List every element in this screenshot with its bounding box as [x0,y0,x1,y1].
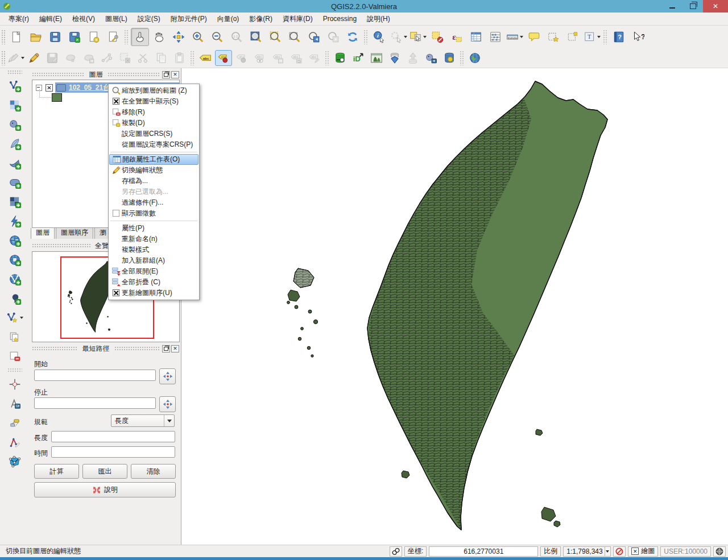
new-print-composer-button[interactable] [85,28,103,46]
zoom-full-button[interactable] [247,28,265,46]
stop-render-button[interactable] [613,546,626,557]
evis-event-browser-button[interactable] [368,50,385,66]
render-checkbox[interactable]: ✕ [631,547,639,555]
measure-button[interactable] [506,28,524,46]
menu-2[interactable]: 編輯(E) [34,13,67,26]
map-canvas[interactable] [181,68,728,545]
capture-start-point-button[interactable] [159,368,176,384]
zoom-to-selection-button[interactable] [266,28,284,46]
layers-panel-tab-1[interactable]: 圖層 [31,228,55,239]
mouse-position-toggle-button[interactable] [390,546,402,557]
save-project-button[interactable] [46,28,64,46]
context-menu-item-19[interactable]: 全部展開(E) [109,266,198,277]
context-menu-item-16[interactable]: 重新命名(n) [109,234,198,244]
menu-6[interactable]: 附加元件(P) [166,13,212,26]
deselect-all-button[interactable] [428,28,446,46]
help-button[interactable]: 說明 [34,482,176,497]
add-raster-layer-button[interactable] [6,96,24,114]
scale-combo[interactable]: 1:1,798,343 [563,546,611,557]
new-spatialite-layer-button[interactable] [6,328,24,346]
connector-plugin-tool-button[interactable] [6,414,24,432]
menu-9[interactable]: 資料庫(D) [278,13,318,26]
web-plugin-button[interactable] [466,50,483,66]
menu-1[interactable]: 專案(r) [3,13,34,26]
add-sqlanywhere-layer-button[interactable] [6,212,24,230]
coordinate-capture-button[interactable] [6,375,24,393]
menu-8[interactable]: 影像(R) [244,13,278,26]
context-menu-item-5[interactable]: 設定圖層CRS(S) [109,128,198,139]
remove-layer-button[interactable] [6,347,24,366]
criterion-combo[interactable]: 長度 [111,414,175,427]
save-project-as-button[interactable] [65,28,84,46]
crs-status-button[interactable] [713,546,726,557]
render-toggle[interactable]: ✕繪圖 [628,546,658,557]
calculate-button[interactable]: 計算 [34,464,79,479]
context-menu-item-6[interactable]: 從圖層設定專案CRS(P) [109,139,198,150]
add-delimited-text-layer-button[interactable] [6,289,24,308]
zoom-in-button[interactable] [189,28,207,46]
db-manager-button[interactable] [441,50,458,66]
menu-3[interactable]: 檢視(V) [67,13,100,26]
show-bookmarks-button[interactable] [564,28,582,46]
restore-button[interactable] [682,0,703,13]
add-wcs-layer-button[interactable] [6,251,24,269]
select-features-button[interactable] [409,28,427,46]
time-output[interactable] [51,446,175,458]
context-menu-item-1[interactable]: 縮放到圖層的範圍 (Z) [109,85,198,96]
export-button[interactable]: 匯出 [82,464,127,479]
open-attribute-table-button[interactable] [467,28,485,46]
zoom-to-layer-button[interactable] [286,28,304,46]
context-menu-item-21[interactable]: 更新繪圖順序(U) [109,288,198,298]
context-menu-item-12[interactable]: 過濾條件(F)... [109,197,198,208]
touch-zoom-pan-button[interactable] [131,28,149,46]
composer-manager-button[interactable] [104,28,122,46]
spit-import-button[interactable] [423,50,440,66]
pin-label-button[interactable]: ab [215,50,232,66]
coordinate-input[interactable]: 616,2770031 [429,546,538,557]
evis-event-id-tool-button[interactable]: iD [350,50,367,66]
layers-close-button[interactable]: ✕ [171,71,179,78]
evis-database-connection-button[interactable] [332,50,349,66]
context-menu-item-15[interactable]: 屬性(P) [109,223,198,234]
field-calculator-button[interactable] [486,28,504,46]
add-database-layer-button[interactable] [6,193,24,211]
context-menu-item-9[interactable]: 切換編輯狀態 [109,165,198,176]
capture-stop-point-button[interactable] [159,396,176,412]
shortest-path-float-button[interactable] [162,345,170,352]
menu-5[interactable]: 設定(S) [133,13,166,26]
add-oracle-layer-button[interactable] [6,173,24,192]
add-postgis-layer-button[interactable] [6,115,24,134]
select-by-expression-button[interactable]: ε [448,28,466,46]
context-menu-item-8[interactable]: 開啟屬性工作表(O) [109,154,198,165]
menu-10[interactable]: Processing [318,13,362,24]
add-wms-layer-button[interactable] [6,231,24,250]
help-contents-button[interactable]: ? [610,28,628,46]
new-bookmark-button[interactable] [544,28,562,46]
clear-button[interactable]: 清除 [131,464,176,479]
context-menu-item-18[interactable]: 加入新群組(A) [109,255,198,266]
context-menu-item-17[interactable]: 複製樣式 [109,244,198,255]
shortest-path-close-button[interactable]: ✕ [171,345,179,352]
zoom-out-button[interactable] [208,28,226,46]
context-menu-item-20[interactable]: 全部折疊 (C) [109,277,198,288]
context-menu-item-3[interactable]: 移除(R) [109,107,198,118]
topology-checker-button[interactable] [6,453,24,471]
crs-status[interactable]: USER:100000 [660,546,711,557]
layers-panel-tab-2[interactable]: 圖層順序 [56,228,93,239]
add-mssql-layer-button[interactable] [6,154,24,172]
add-vector-layer-button[interactable] [6,77,24,95]
road-graph-tool-button[interactable] [6,433,24,451]
new-shapefile-layer-button[interactable] [6,309,24,327]
close-button[interactable]: ✕ [703,0,728,13]
toggle-editing-button[interactable] [26,50,43,66]
layers-float-button[interactable] [162,71,170,78]
annotation-plugin-tool-button[interactable]: C# [6,395,24,413]
refresh-map-button[interactable] [344,28,362,46]
whats-this-button[interactable]: ? [629,28,647,46]
zoom-last-button[interactable] [305,28,323,46]
context-menu-item-13[interactable]: 顯示圖徵數 [109,208,198,219]
add-wfs-layer-button[interactable] [6,270,24,288]
layer-labeling-options-button[interactable]: abc [197,50,214,66]
pan-map-button[interactable] [150,28,168,46]
identify-features-button[interactable]: i [370,28,388,46]
